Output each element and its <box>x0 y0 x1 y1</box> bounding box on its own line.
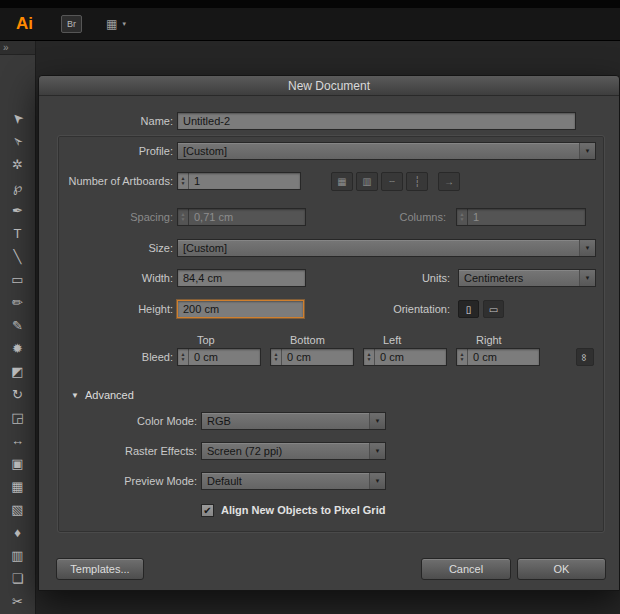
spin-down-icon[interactable]: ▼ <box>181 217 186 222</box>
width-label: Width: <box>47 272 173 284</box>
column-graph-tool[interactable]: ▥ <box>0 544 35 567</box>
orientation-landscape-button[interactable]: ▭ <box>483 300 504 318</box>
layout-direction-button[interactable]: → <box>438 172 460 191</box>
artboard-layout-buttons: ▦ ▥ ┄ ┆ <box>331 172 428 191</box>
width-value: 84,4 cm <box>178 272 227 284</box>
spin-down-icon[interactable]: ▼ <box>274 357 279 362</box>
spacing-label: Spacing: <box>47 211 173 223</box>
advanced-disclosure[interactable]: ▼ Advanced <box>71 386 134 404</box>
type-tool[interactable]: T <box>0 222 35 245</box>
bleed-left-header: Left <box>363 334 456 346</box>
dropdown-arrow-icon: ▼ <box>579 143 595 159</box>
arrange-by-column-button[interactable]: ┆ <box>406 172 428 191</box>
pixel-grid-label: Align New Objects to Pixel Grid <box>221 504 385 516</box>
size-row: Size: [Custom] ▼ <box>47 239 596 257</box>
grid-by-row-button[interactable]: ▦ <box>331 172 353 191</box>
columns-value: 1 <box>468 211 484 223</box>
units-dropdown[interactable]: Centimeters ▼ <box>458 269 596 287</box>
spacing-row: Spacing: ▲ ▼ 0,71 cm Columns: ▲ ▼ 1 <box>47 208 586 226</box>
blob-brush-tool[interactable]: ✹ <box>0 337 35 360</box>
bleed-left-input[interactable]: ▲▼ 0 cm <box>363 348 447 366</box>
rectangle-tool[interactable]: ▭ <box>0 268 35 291</box>
shape-builder-tool[interactable]: ▣ <box>0 452 35 475</box>
color-mode-dropdown[interactable]: RGB ▼ <box>201 412 386 430</box>
bleed-top-header: Top <box>177 334 270 346</box>
pencil-tool[interactable]: ✎ <box>0 314 35 337</box>
orientation-portrait-button[interactable]: ▯ <box>458 300 479 318</box>
name-row: Name: Untitled-2 <box>47 112 576 130</box>
width-tool[interactable]: ↔ <box>0 429 35 452</box>
grid-by-column-button[interactable]: ▥ <box>356 172 378 191</box>
selection-tool[interactable]: ➤ <box>0 107 35 130</box>
name-value: Untitled-2 <box>178 115 235 127</box>
arrange-documents-button[interactable]: ▦ ▼ <box>106 17 127 31</box>
name-input[interactable]: Untitled-2 <box>177 112 576 130</box>
tools-panel: » ➤ ➢ ✲ ℘ ✒ T ╲ ▭ ✏ ✎ ✹ ◩ ↻ ◲ ↔ ▣ ▦ ▧ ♦ … <box>0 41 36 614</box>
bleed-top-value: 0 cm <box>189 351 223 363</box>
color-mode-label: Color Mode: <box>47 415 197 427</box>
size-dropdown[interactable]: [Custom] ▼ <box>177 239 596 257</box>
raster-effects-dropdown[interactable]: Screen (72 ppi) ▼ <box>201 442 386 460</box>
eyedropper-tool[interactable]: ♦ <box>0 521 35 544</box>
templates-button[interactable]: Templates... <box>56 558 144 580</box>
width-row: Width: 84,4 cm Units: Centimeters ▼ <box>47 269 596 287</box>
dropdown-arrow-icon: ▼ <box>579 240 595 256</box>
advanced-label: Advanced <box>85 389 134 401</box>
size-label: Size: <box>47 242 173 254</box>
illustrator-logo: Ai <box>16 14 33 34</box>
eraser-tool[interactable]: ◩ <box>0 360 35 383</box>
artboard-tool[interactable]: ❏ <box>0 567 35 590</box>
line-segment-tool[interactable]: ╲ <box>0 245 35 268</box>
arrange-by-column-icon: ┆ <box>414 176 420 187</box>
pixel-grid-checkbox[interactable]: ✔ <box>201 504 214 517</box>
artboards-value: 1 <box>189 175 205 187</box>
lasso-tool[interactable]: ℘ <box>0 176 35 199</box>
gradient-tool[interactable]: ▧ <box>0 498 35 521</box>
link-icon: ∞ <box>579 353 590 360</box>
slice-tool[interactable]: ✂ <box>0 590 35 613</box>
dialog-title[interactable]: New Document <box>39 76 619 96</box>
paintbrush-tool[interactable]: ✏ <box>0 291 35 314</box>
bleed-link-button[interactable]: ∞ <box>576 348 594 366</box>
units-value: Centimeters <box>459 272 579 284</box>
arrange-by-row-button[interactable]: ┄ <box>381 172 403 191</box>
bridge-button[interactable]: Br <box>61 15 82 33</box>
height-label: Height: <box>47 303 173 315</box>
bleed-row: Bleed: ▲▼ 0 cm ▲▼ 0 cm ▲▼ 0 cm ▲▼ 0 cm ∞ <box>47 348 594 366</box>
check-icon: ✔ <box>203 505 211 516</box>
spin-down-icon[interactable]: ▼ <box>181 357 186 362</box>
cancel-button[interactable]: Cancel <box>421 558 511 580</box>
bleed-left-stepper: ▲▼ <box>364 349 375 365</box>
spin-down-icon[interactable]: ▼ <box>181 181 186 186</box>
mesh-tool[interactable]: ▦ <box>0 475 35 498</box>
width-input[interactable]: 84,4 cm <box>177 269 306 287</box>
height-input[interactable]: 200 cm <box>177 300 304 318</box>
raster-effects-row: Raster Effects: Screen (72 ppi) ▼ <box>47 442 386 460</box>
columns-input[interactable]: ▲ ▼ 1 <box>456 208 586 226</box>
bleed-bottom-input[interactable]: ▲▼ 0 cm <box>270 348 354 366</box>
spacing-input[interactable]: ▲ ▼ 0,71 cm <box>177 208 306 226</box>
magic-wand-tool[interactable]: ✲ <box>0 153 35 176</box>
spin-down-icon[interactable]: ▼ <box>367 357 372 362</box>
direct-selection-tool[interactable]: ➢ <box>0 130 35 153</box>
spacing-value: 0,71 cm <box>189 211 238 223</box>
bleed-right-input[interactable]: ▲▼ 0 cm <box>456 348 540 366</box>
bleed-right-value: 0 cm <box>468 351 502 363</box>
spin-down-icon[interactable]: ▼ <box>460 357 465 362</box>
bleed-top-input[interactable]: ▲▼ 0 cm <box>177 348 261 366</box>
columns-stepper: ▲ ▼ <box>457 209 468 225</box>
bleed-right-header: Right <box>456 334 549 346</box>
scale-tool[interactable]: ◲ <box>0 406 35 429</box>
portrait-icon: ▯ <box>466 304 472 315</box>
profile-dropdown[interactable]: [Custom] ▼ <box>177 142 596 160</box>
ok-button[interactable]: OK <box>517 558 606 580</box>
orientation-label: Orientation: <box>304 303 450 315</box>
units-label: Units: <box>306 272 450 284</box>
bleed-bottom-stepper: ▲▼ <box>271 349 282 365</box>
spin-down-icon[interactable]: ▼ <box>460 217 465 222</box>
artboards-input[interactable]: ▲ ▼ 1 <box>177 172 301 190</box>
pen-tool[interactable]: ✒ <box>0 199 35 222</box>
rotate-tool[interactable]: ↻ <box>0 383 35 406</box>
panel-collapse-button[interactable]: » <box>0 41 35 55</box>
preview-mode-dropdown[interactable]: Default ▼ <box>201 472 386 490</box>
